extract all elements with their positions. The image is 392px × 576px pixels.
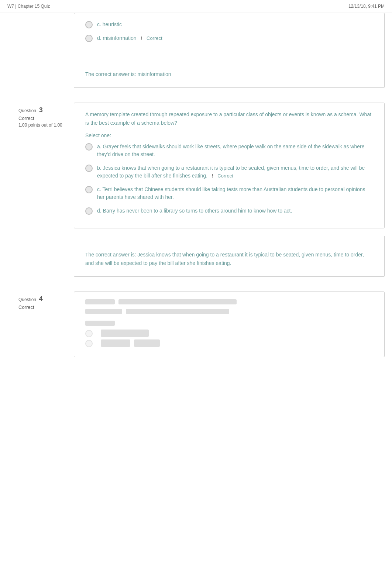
prev-question-tail: c. heuristic d. misinformation ! Correct xyxy=(7,13,385,55)
q3-correct-answer-body: The correct answer is: Jessica knows tha… xyxy=(74,236,385,277)
prev-correct-answer-text: The correct answer is: misinformation xyxy=(85,63,373,80)
page-content: c. heuristic d. misinformation ! Correct… xyxy=(0,13,392,357)
question3-options: Select one: a. Grayer feels that sidewal… xyxy=(85,132,373,215)
question4-status: Correct xyxy=(18,304,70,310)
question3-body: A memory template created through repeat… xyxy=(74,103,385,228)
question3-label: Question xyxy=(18,108,36,113)
option-b-radio[interactable] xyxy=(85,165,93,172)
option-d-row: d. misinformation ! Correct xyxy=(85,34,373,42)
q3-correct-answer-text: The correct answer is: Jessica knows tha… xyxy=(85,243,373,269)
option-d-correct: Correct xyxy=(147,35,162,41)
prev-correct-answer-block: The correct answer is: misinformation xyxy=(7,55,385,88)
option-d-radio[interactable] xyxy=(85,35,93,42)
option-c-text-q3: c. Terri believes that Chinese students … xyxy=(97,186,373,201)
q4-blur-row1 xyxy=(85,299,373,307)
option-d-text: d. misinformation ! Correct xyxy=(97,34,373,42)
option-b-row: b. Jessica knows that when going to a re… xyxy=(85,164,373,180)
q4-option2-radio[interactable] xyxy=(85,340,93,347)
prev-correct-answer-body: The correct answer is: misinformation xyxy=(74,55,385,88)
option-c-radio[interactable] xyxy=(85,21,93,28)
q4-blur-row2 xyxy=(85,309,373,316)
option-b-marker: ! xyxy=(212,173,213,179)
q4-blur3 xyxy=(85,321,115,326)
question4-number: 4 xyxy=(39,295,43,303)
q4-blur-option2 xyxy=(85,339,373,347)
question4-block: Question 4 Correct xyxy=(7,292,385,357)
option-d-row-q3: d. Barry has never been to a library so … xyxy=(85,207,373,215)
option-d-radio-q3[interactable] xyxy=(85,207,93,215)
option-d-marker: ! xyxy=(141,35,142,41)
question4-label-row: Question 4 xyxy=(18,295,70,303)
q4-blur1a xyxy=(85,299,115,304)
q4-blur2b xyxy=(126,309,229,314)
question3-number: 3 xyxy=(39,106,43,114)
quiz-title: W7 | Chapter 15 Quiz xyxy=(7,4,50,9)
question3-status: Correct xyxy=(18,115,70,121)
question3-meta: Question 3 Correct 1.00 points out of 1.… xyxy=(7,103,74,228)
question3-block: Question 3 Correct 1.00 points out of 1.… xyxy=(7,103,385,228)
question3-text: A memory template created through repeat… xyxy=(85,110,373,127)
question3-label-row: Question 3 xyxy=(18,106,70,114)
datetime: 12/13/18, 9:41 PM xyxy=(348,4,385,9)
option-c-radio-q3[interactable] xyxy=(85,186,93,193)
option-c-row: c. heuristic xyxy=(85,21,373,28)
option-b-badge: Correct xyxy=(217,173,233,179)
q4-blur-option1 xyxy=(85,330,373,337)
question4-body xyxy=(74,292,385,357)
q4-blur2a xyxy=(85,309,122,314)
option-a-radio[interactable] xyxy=(85,143,93,151)
q3-correct-answer-block: The correct answer is: Jessica knows tha… xyxy=(7,236,385,277)
q4-blur1b xyxy=(118,299,237,304)
q4-option2-text-a xyxy=(101,339,130,347)
option-c-text: c. heuristic xyxy=(97,21,373,28)
question4-label: Question xyxy=(18,297,36,302)
question4-meta: Question 4 Correct xyxy=(7,292,74,357)
option-a-text: a. Grayer feels that sidewalks should wo… xyxy=(97,143,373,158)
option-c-row-q3: c. Terri believes that Chinese students … xyxy=(85,186,373,201)
q4-option2-text-b xyxy=(134,339,160,347)
q4-option1-text xyxy=(101,330,149,337)
option-b-text: b. Jessica knows that when going to a re… xyxy=(97,164,373,180)
question3-points: 1.00 points out of 1.00 xyxy=(18,123,70,128)
select-one-label: Select one: xyxy=(85,132,373,138)
q4-option1-radio[interactable] xyxy=(85,330,93,337)
top-bar: W7 | Chapter 15 Quiz 12/13/18, 9:41 PM xyxy=(0,0,392,13)
q4-blur-section xyxy=(85,321,373,347)
option-a-row: a. Grayer feels that sidewalks should wo… xyxy=(85,143,373,158)
option-d-text-q3: d. Barry has never been to a library so … xyxy=(97,207,373,215)
prev-question-body: c. heuristic d. misinformation ! Correct xyxy=(74,13,385,55)
